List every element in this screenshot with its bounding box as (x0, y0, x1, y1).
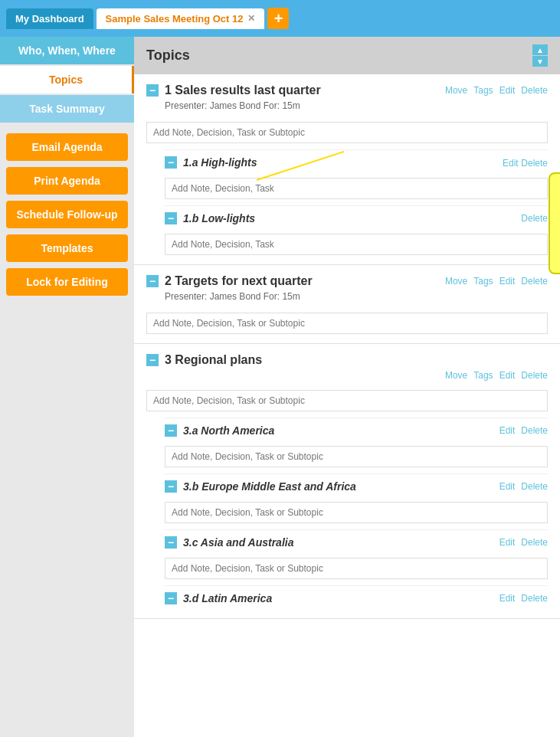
subtopic-1a-section: − 1.a High-lights Edit Delete Add notes … (165, 149, 548, 199)
subtopic-3d-edit[interactable]: Edit (499, 593, 516, 604)
subtopic-3c-add-note-input[interactable] (165, 558, 548, 579)
topic-3-actions: Move Tags Edit Delete (445, 370, 548, 381)
content-area: Topics ▲ ▼ − 1 Sales results last quarte… (134, 37, 560, 737)
subtopic-3b-collapse-icon[interactable]: − (165, 480, 177, 493)
subtopic-1a-title: 1.a High-lights (183, 156, 257, 169)
topic-2-delete[interactable]: Delete (521, 276, 548, 287)
sidebar-btn-lock-for-editing[interactable]: Lock for Editing (6, 268, 128, 296)
topic-3-edit[interactable]: Edit (499, 370, 516, 381)
subtopic-1b-title-row: − 1.b Low-lights Delete (165, 212, 548, 224)
subtopic-3c-collapse-icon[interactable]: − (165, 536, 177, 549)
topic-2-tags[interactable]: Tags (473, 276, 493, 287)
topic-1-edit[interactable]: Edit (499, 85, 516, 96)
subtopic-3d-title-row: − 3.d Latin America Edit Delete (165, 592, 548, 604)
tab-dashboard-label: My Dashboard (15, 13, 84, 25)
topic-1-add-note-input[interactable] (146, 122, 548, 143)
topic-2-edit[interactable]: Edit (499, 276, 516, 287)
topic-1-title: 1 Sales results last quarter (165, 84, 439, 97)
topic-3-move[interactable]: Move (445, 370, 467, 381)
subtopic-3a-edit[interactable]: Edit (499, 425, 516, 436)
sidebar-btn-print-agenda[interactable]: Print Agenda (6, 167, 128, 195)
subtopic-1b-title: 1.b Low-lights (183, 212, 255, 224)
subtopic-1b-collapse-icon[interactable]: − (165, 212, 177, 224)
topic-3-add-note-input[interactable] (146, 390, 548, 411)
subtopic-1b-add-note-input[interactable] (165, 234, 548, 255)
subtopic-1a-add-note-input[interactable] (165, 178, 548, 199)
subtopic-3c-edit[interactable]: Edit (499, 537, 516, 548)
topics-down-arrow[interactable]: ▼ (532, 56, 548, 67)
subtopic-3b-delete[interactable]: Delete (521, 481, 548, 492)
topic-3-title-row: − 3 Regional plans (146, 353, 548, 367)
topic-3-tags[interactable]: Tags (473, 370, 493, 381)
tab-bar: My Dashboard Sample Sales Meeting Oct 12… (0, 0, 560, 37)
sidebar: Who, When, Where Topics Task Summary Ema… (0, 37, 134, 737)
topics-up-arrow[interactable]: ▲ (532, 44, 548, 55)
topics-title: Topics (146, 47, 190, 64)
sidebar-btn-topics[interactable]: Topics (0, 66, 134, 93)
subtopic-3a-title: 3.a North America (183, 424, 274, 437)
topic-1-presenter: Presenter: James Bond For: 15m (165, 100, 548, 111)
subtopic-3a-collapse-icon[interactable]: − (165, 424, 177, 437)
main-layout: Who, When, Where Topics Task Summary Ema… (0, 37, 560, 737)
topic-2-title: 2 Targets for next quarter (165, 274, 439, 288)
subtopic-3d-collapse-icon[interactable]: − (165, 592, 177, 604)
topic-2-presenter: Presenter: James Bond For: 15m (165, 291, 548, 302)
sidebar-btn-templates[interactable]: Templates (6, 234, 128, 262)
subtopic-1b-section: − 1.b Low-lights Delete (165, 205, 548, 255)
subtopic-3b-title-row: − 3.b Europe Middle East and Africa Edit… (165, 480, 548, 493)
subtopic-1a-edit[interactable]: Edit (503, 158, 519, 169)
tab-close-icon[interactable]: ✕ (247, 13, 255, 24)
topic-section-2: − 2 Targets for next quarter Move Tags E… (134, 265, 560, 344)
subtopic-3b-edit[interactable]: Edit (499, 481, 516, 492)
topics-header: Topics ▲ ▼ (134, 37, 560, 74)
subtopic-3b-add-note-input[interactable] (165, 502, 548, 523)
tab-dashboard[interactable]: My Dashboard (6, 8, 93, 29)
topic-2-actions: Move Tags Edit Delete (445, 276, 548, 287)
sidebar-btn-email-agenda[interactable]: Email Agenda (6, 133, 128, 161)
topic-1-title-row: − 1 Sales results last quarter Move Tags… (146, 84, 548, 97)
subtopic-3b-section: − 3.b Europe Middle East and Africa Edit… (165, 473, 548, 523)
subtopic-1a-title-row: − 1.a High-lights Edit Delete Add notes … (165, 156, 548, 169)
topic-2-collapse-icon[interactable]: − (146, 275, 159, 287)
subtopic-3d-delete[interactable]: Delete (521, 593, 548, 604)
subtopic-3d-section: − 3.d Latin America Edit Delete (165, 585, 548, 604)
sidebar-btn-schedule-followup[interactable]: Schedule Follow-up (6, 201, 128, 228)
subtopic-3a-section: − 3.a North America Edit Delete (165, 418, 548, 467)
tab-active-label: Sample Sales Meeting Oct 12 (106, 13, 244, 25)
topic-1-move[interactable]: Move (445, 85, 467, 96)
tab-active[interactable]: Sample Sales Meeting Oct 12 ✕ (97, 8, 265, 29)
subtopic-3c-title-row: − 3.c Asia and Australia Edit Delete (165, 536, 548, 549)
subtopic-3a-delete[interactable]: Delete (521, 425, 548, 436)
subtopic-3a-title-row: − 3.a North America Edit Delete (165, 424, 548, 437)
subtopic-1a-collapse-icon[interactable]: − (165, 156, 177, 169)
subtopic-3d-title: 3.d Latin America (183, 592, 272, 604)
sidebar-btn-who-when-where[interactable]: Who, When, Where (0, 37, 134, 64)
subtopic-3c-title: 3.c Asia and Australia (183, 536, 293, 549)
topic-2-move[interactable]: Move (445, 276, 467, 287)
topics-arrows: ▲ ▼ (532, 44, 548, 67)
subtopic-3b-title: 3.b Europe Middle East and Africa (183, 480, 356, 493)
subtopic-3c-section: − 3.c Asia and Australia Edit Delete (165, 529, 548, 579)
topic-1-tags[interactable]: Tags (473, 85, 493, 96)
topic-1-collapse-icon[interactable]: − (146, 84, 159, 97)
topic-1-actions: Move Tags Edit Delete (445, 85, 548, 96)
subtopic-1a-delete[interactable]: Delete (521, 158, 548, 169)
topic-section-3: − 3 Regional plans Move Tags Edit Delete… (134, 344, 560, 619)
topic-3-delete[interactable]: Delete (521, 370, 548, 381)
sidebar-btn-task-summary[interactable]: Task Summary (0, 95, 134, 123)
topic-2-add-note-input[interactable] (146, 313, 548, 334)
tooltip-wrapper: Edit Delete Add notes and even attach do… (503, 157, 548, 169)
subtopic-1b-delete[interactable]: Delete (521, 213, 548, 224)
topic-1-delete[interactable]: Delete (521, 85, 548, 96)
topic-2-title-row: − 2 Targets for next quarter Move Tags E… (146, 274, 548, 288)
add-tab-button[interactable]: + (267, 8, 289, 29)
tooltip-box: Add notes and even attach documents righ… (549, 172, 560, 275)
subtopic-3c-delete[interactable]: Delete (521, 537, 548, 548)
topic-3-collapse-icon[interactable]: − (146, 354, 159, 366)
topic-3-title: 3 Regional plans (165, 353, 548, 367)
topic-section-1: − 1 Sales results last quarter Move Tags… (134, 74, 560, 265)
subtopic-3a-add-note-input[interactable] (165, 446, 548, 467)
